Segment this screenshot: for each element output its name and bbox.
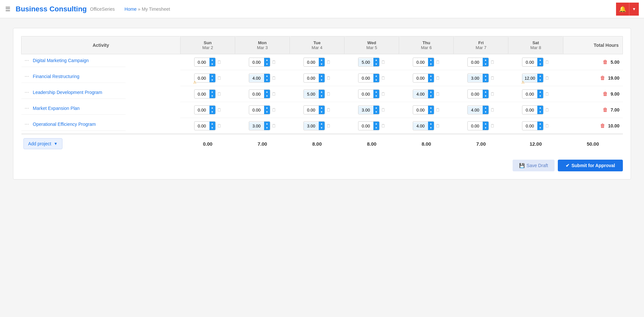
spinner-down-button[interactable]: ▼ — [373, 94, 379, 98]
spinner-down-button[interactable]: ▼ — [537, 78, 543, 82]
spinner-down-button[interactable]: ▼ — [428, 126, 434, 130]
note-icon[interactable]: 🗒 — [326, 91, 331, 97]
spinner-down-button[interactable]: ▼ — [319, 110, 325, 114]
time-input[interactable] — [522, 122, 537, 130]
note-icon[interactable]: 🗒 — [490, 123, 495, 128]
time-input[interactable] — [468, 74, 483, 82]
note-icon[interactable]: 🗒 — [326, 123, 331, 128]
time-input[interactable] — [195, 122, 209, 130]
delete-row-button[interactable]: 🗑 — [600, 123, 605, 129]
note-icon[interactable]: 🗒 — [217, 107, 221, 112]
spinner-up-button[interactable]: ▲ — [428, 122, 434, 126]
spinner-down-button[interactable]: ▼ — [428, 78, 434, 82]
spinner-down-button[interactable]: ▼ — [373, 126, 379, 130]
note-icon[interactable]: 🗒 — [545, 59, 549, 65]
spinner-down-button[interactable]: ▼ — [483, 94, 489, 98]
note-icon[interactable]: 🗒 — [217, 59, 221, 65]
spinner-up-button[interactable]: ▲ — [537, 58, 543, 62]
note-icon[interactable]: 🗒 — [217, 91, 221, 97]
spinner-up-button[interactable]: ▲ — [373, 106, 379, 110]
activity-name[interactable]: Digital Marketing Campaign — [33, 58, 89, 63]
note-icon[interactable]: 🗒 — [545, 91, 549, 97]
note-icon[interactable]: 🗒 — [545, 75, 549, 81]
spinner-down-button[interactable]: ▼ — [483, 78, 489, 82]
user-dropdown-button[interactable]: ▼ — [629, 3, 639, 16]
time-input[interactable] — [304, 122, 319, 130]
note-icon[interactable]: 🗒 — [326, 75, 331, 81]
spinner-down-button[interactable]: ▼ — [319, 62, 325, 66]
time-input[interactable] — [413, 122, 428, 130]
spinner-down-button[interactable]: ▼ — [373, 62, 379, 66]
delete-row-button[interactable]: 🗑 — [603, 91, 608, 97]
spinner-up-button[interactable]: ▲ — [428, 58, 434, 62]
note-icon[interactable]: 🗒 — [381, 91, 385, 97]
time-input[interactable] — [468, 106, 483, 114]
spinner-up-button[interactable]: ▲ — [264, 122, 270, 126]
spinner-up-button[interactable]: ▲ — [209, 74, 215, 78]
note-icon[interactable]: 🗒 — [217, 123, 221, 128]
time-input[interactable] — [195, 90, 209, 98]
time-input[interactable] — [358, 122, 373, 130]
spinner-up-button[interactable]: ▲ — [483, 106, 489, 110]
spinner-up-button[interactable]: ▲ — [483, 90, 489, 94]
delete-row-button[interactable]: 🗑 — [603, 59, 608, 65]
note-icon[interactable]: 🗒 — [436, 123, 440, 128]
spinner-up-button[interactable]: ▲ — [319, 90, 325, 94]
spinner-up-button[interactable]: ▲ — [483, 58, 489, 62]
time-input[interactable] — [304, 74, 319, 82]
spinner-up-button[interactable]: ▲ — [537, 74, 543, 78]
time-input[interactable] — [413, 90, 428, 98]
spinner-down-button[interactable]: ▼ — [537, 126, 543, 130]
activity-name[interactable]: Market Expansion Plan — [33, 106, 80, 111]
note-icon[interactable]: 🗒 — [490, 91, 495, 97]
spinner-down-button[interactable]: ▼ — [319, 94, 325, 98]
note-icon[interactable]: 🗒 — [436, 91, 440, 97]
spinner-up-button[interactable]: ▲ — [428, 106, 434, 110]
spinner-up-button[interactable]: ▲ — [428, 74, 434, 78]
spinner-up-button[interactable]: ▲ — [319, 106, 325, 110]
note-icon[interactable]: 🗒 — [326, 59, 331, 65]
time-input[interactable] — [358, 74, 373, 82]
submit-approval-button[interactable]: ✔ Submit for Approval — [558, 160, 623, 171]
activity-name[interactable]: Financial Restructuring — [33, 74, 79, 79]
spinner-down-button[interactable]: ▼ — [209, 126, 215, 130]
spinner-up-button[interactable]: ▲ — [319, 58, 325, 62]
activity-name[interactable]: Operational Efficiency Program — [33, 122, 96, 127]
row-menu-dots[interactable]: ··· — [23, 105, 31, 111]
time-input[interactable] — [195, 59, 209, 66]
time-input[interactable] — [413, 59, 428, 66]
note-icon[interactable]: 🗒 — [381, 123, 385, 128]
spinner-up-button[interactable]: ▲ — [483, 74, 489, 78]
spinner-up-button[interactable]: ▲ — [537, 122, 543, 126]
row-menu-dots[interactable]: ··· — [23, 121, 31, 127]
time-input[interactable] — [249, 90, 264, 98]
spinner-up-button[interactable]: ▲ — [537, 106, 543, 110]
note-icon[interactable]: 🗒 — [381, 75, 385, 81]
spinner-down-button[interactable]: ▼ — [428, 94, 434, 98]
time-input[interactable] — [522, 90, 537, 98]
spinner-down-button[interactable]: ▼ — [483, 110, 489, 114]
spinner-down-button[interactable]: ▼ — [373, 78, 379, 82]
time-input[interactable] — [522, 106, 537, 114]
spinner-down-button[interactable]: ▼ — [319, 78, 325, 82]
spinner-up-button[interactable]: ▲ — [319, 74, 325, 78]
spinner-up-button[interactable]: ▲ — [264, 90, 270, 94]
row-menu-dots[interactable]: ··· — [23, 58, 31, 63]
activity-name[interactable]: Leadership Development Program — [33, 90, 102, 95]
time-input[interactable] — [468, 59, 483, 66]
time-input[interactable] — [413, 106, 428, 114]
spinner-down-button[interactable]: ▼ — [264, 110, 270, 114]
spinner-down-button[interactable]: ▼ — [483, 126, 489, 130]
spinner-down-button[interactable]: ▼ — [264, 94, 270, 98]
time-input[interactable] — [304, 90, 319, 98]
spinner-up-button[interactable]: ▲ — [373, 122, 379, 126]
time-input[interactable] — [249, 106, 264, 114]
note-icon[interactable]: 🗒 — [272, 123, 276, 128]
note-icon[interactable]: 🗒 — [545, 123, 549, 128]
note-icon[interactable]: 🗒 — [490, 59, 495, 65]
spinner-up-button[interactable]: ▲ — [264, 106, 270, 110]
time-input[interactable] — [358, 106, 373, 114]
breadcrumb-home[interactable]: Home — [125, 7, 137, 12]
spinner-down-button[interactable]: ▼ — [373, 110, 379, 114]
spinner-down-button[interactable]: ▼ — [428, 62, 434, 66]
